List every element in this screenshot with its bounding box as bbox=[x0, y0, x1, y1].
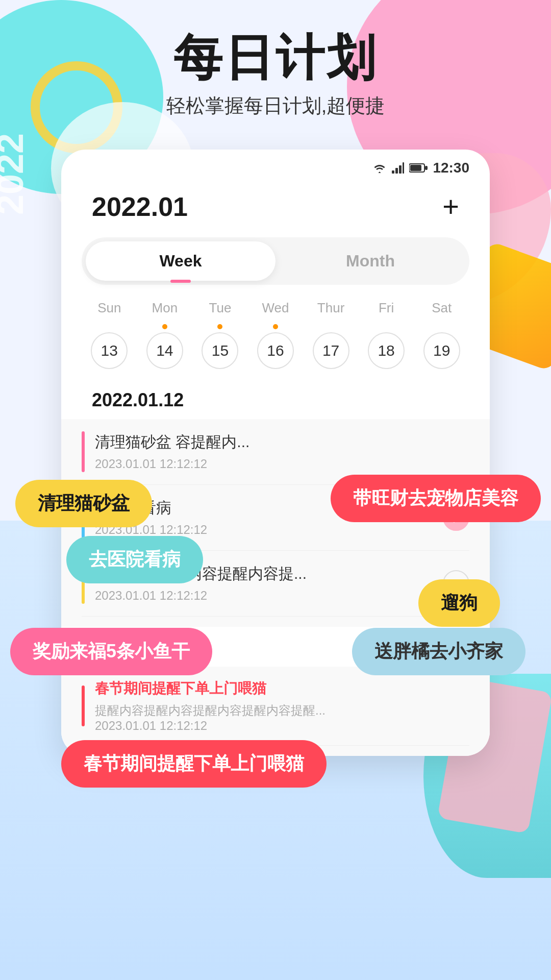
date-14: 14 bbox=[146, 332, 183, 369]
dot-19 bbox=[439, 324, 444, 329]
wifi-icon bbox=[372, 162, 387, 174]
badge-spring-festival[interactable]: 春节期间提醒下单上门喂猫 bbox=[61, 740, 327, 788]
dot-16 bbox=[273, 324, 278, 329]
date-15: 15 bbox=[202, 332, 238, 369]
day-sun: Sun bbox=[82, 300, 137, 316]
task-content-1: 清理猫砂盆 容提醒内... 2023.01.01 12:12:12 bbox=[95, 432, 469, 471]
svg-rect-2 bbox=[399, 165, 402, 174]
tab-indicator bbox=[170, 280, 191, 283]
battery-icon bbox=[409, 163, 428, 173]
task-meta-4b: 2023.01.01 12:12:12 bbox=[95, 719, 469, 733]
date-cell-15[interactable]: 15 bbox=[192, 324, 248, 369]
task-content-4: 春节期间提醒下单上门喂猫 提醒内容提醒内容提醒内容提醒内容提醒... 2023.… bbox=[95, 679, 469, 733]
date-cell-18[interactable]: 18 bbox=[359, 324, 414, 369]
status-bar: 12:30 bbox=[61, 150, 490, 181]
status-time: 12:30 bbox=[433, 160, 469, 176]
task-meta-3: 2023.01.01 12:12:12 bbox=[95, 589, 443, 603]
badge-pet-shop[interactable]: 带旺财去宠物店美容 bbox=[331, 475, 541, 522]
dot-13 bbox=[107, 324, 112, 329]
svg-rect-3 bbox=[403, 162, 404, 174]
day-tue: Tue bbox=[192, 300, 248, 316]
status-icons: 12:30 bbox=[372, 160, 469, 176]
badge-send-cat[interactable]: 送胖橘去小齐家 bbox=[352, 628, 525, 675]
svg-rect-5 bbox=[410, 165, 421, 171]
date-cell-16[interactable]: 16 bbox=[248, 324, 304, 369]
badge-walk-dog[interactable]: 遛狗 bbox=[418, 579, 500, 627]
date-13: 13 bbox=[91, 332, 128, 369]
svg-rect-0 bbox=[392, 170, 394, 174]
task-item-4[interactable]: 春节期间提醒下单上门喂猫 提醒内容提醒内容提醒内容提醒内容提醒... 2023.… bbox=[82, 667, 469, 746]
app-subtitle: 轻松掌握每日计划,超便捷 bbox=[31, 93, 520, 119]
date-18: 18 bbox=[368, 332, 405, 369]
dot-17 bbox=[329, 324, 334, 329]
task-meta-4a: 提醒内容提醒内容提醒内容提醒内容提醒... bbox=[95, 702, 469, 719]
week-days-header: Sun Mon Tue Wed Thur Fri Sat bbox=[61, 300, 490, 316]
week-dates-row: 13 14 15 16 bbox=[61, 324, 490, 379]
task-meta-1: 2023.01.01 12:12:12 bbox=[95, 457, 469, 471]
add-button[interactable]: + bbox=[442, 192, 459, 221]
svg-rect-1 bbox=[395, 168, 398, 174]
date-cell-13[interactable]: 13 bbox=[82, 324, 137, 369]
task-meta-2: 2023.01.01 12:12:12 bbox=[95, 523, 443, 537]
date-17: 17 bbox=[313, 332, 349, 369]
task-line-4 bbox=[82, 685, 85, 726]
year-watermark: 2022 bbox=[0, 133, 31, 215]
day-thur: Thur bbox=[303, 300, 359, 316]
date-cell-17[interactable]: 17 bbox=[303, 324, 359, 369]
view-tabs: Week Month bbox=[82, 237, 469, 285]
year-month-label: 2022.01 bbox=[92, 191, 188, 222]
svg-rect-6 bbox=[425, 166, 428, 170]
badge-reward-cat[interactable]: 奖励来福5条小鱼干 bbox=[10, 628, 212, 675]
date-cell-19[interactable]: 19 bbox=[414, 324, 469, 369]
day-wed: Wed bbox=[248, 300, 304, 316]
day-mon: Mon bbox=[137, 300, 193, 316]
signal-icon bbox=[392, 162, 404, 174]
task-title-4: 春节期间提醒下单上门喂猫 bbox=[95, 679, 469, 698]
tab-week[interactable]: Week bbox=[86, 241, 276, 281]
app-title: 每日计划 bbox=[31, 31, 520, 85]
date-19: 19 bbox=[423, 332, 460, 369]
task-title-1: 清理猫砂盆 容提醒内... bbox=[95, 432, 469, 453]
date-section-1: 2022.01.12 bbox=[61, 379, 490, 419]
badge-cat-litter[interactable]: 清理猫砂盆 bbox=[15, 480, 152, 527]
task-line-1 bbox=[82, 431, 85, 472]
day-fri: Fri bbox=[359, 300, 414, 316]
day-sat: Sat bbox=[414, 300, 469, 316]
calendar-header: 2022.01 + bbox=[61, 181, 490, 237]
tab-month[interactable]: Month bbox=[276, 241, 465, 281]
dot-18 bbox=[384, 324, 389, 329]
dot-15 bbox=[217, 324, 222, 329]
header-section: 每日计划 轻松掌握每日计划,超便捷 bbox=[0, 0, 551, 129]
date-16: 16 bbox=[257, 332, 294, 369]
dot-14 bbox=[162, 324, 167, 329]
badge-hospital[interactable]: 去医院看病 bbox=[66, 536, 203, 583]
date-cell-14[interactable]: 14 bbox=[137, 324, 193, 369]
